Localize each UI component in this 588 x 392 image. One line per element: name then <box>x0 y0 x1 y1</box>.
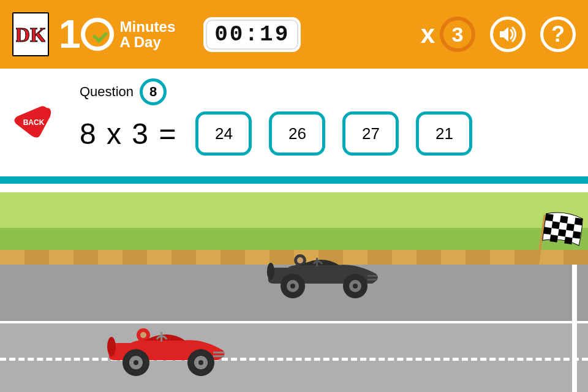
dk-logo: DK <box>12 12 49 56</box>
question-label: Question <box>80 84 134 100</box>
back-label: BACK <box>23 118 45 127</box>
svg-text:DK: DK <box>16 23 45 46</box>
opponent-car <box>263 252 380 303</box>
black-car-icon <box>263 252 380 301</box>
svg-rect-6 <box>552 221 560 229</box>
svg-rect-10 <box>573 231 581 239</box>
svg-point-23 <box>353 284 358 288</box>
sound-button[interactable] <box>490 17 526 52</box>
back-icon: BACK <box>13 105 53 138</box>
svg-point-20 <box>290 284 295 288</box>
svg-rect-4 <box>560 216 568 224</box>
question-mark-icon: ? <box>551 21 565 47</box>
answer-option-0[interactable]: 24 <box>195 111 252 156</box>
back-button[interactable]: BACK <box>13 105 53 141</box>
dk-logo-icon: DK <box>16 17 45 51</box>
equation-text: 8 x 3 = <box>80 117 177 151</box>
help-button[interactable]: ? <box>540 17 576 52</box>
svg-rect-24 <box>368 275 377 277</box>
grass-light <box>0 192 588 228</box>
svg-rect-9 <box>558 229 566 237</box>
answer-option-3[interactable]: 21 <box>416 111 472 156</box>
answer-option-1[interactable]: 26 <box>269 111 325 156</box>
red-car-icon <box>104 326 227 379</box>
svg-rect-38 <box>213 355 224 357</box>
brand: 1 Minutes A Day <box>59 12 175 57</box>
svg-rect-5 <box>575 217 582 225</box>
brand-tagline: Minutes A Day <box>120 19 176 50</box>
question-number-value: 8 <box>140 78 167 105</box>
svg-rect-8 <box>543 227 551 235</box>
svg-point-36 <box>198 360 203 365</box>
race-track <box>0 176 588 392</box>
svg-point-28 <box>140 332 146 338</box>
track-stripe-white <box>0 184 588 192</box>
question-area: BACK Question 8 8 x 3 = 24 26 27 21 <box>0 69 588 176</box>
finish-line-bot <box>572 323 577 392</box>
svg-point-33 <box>134 360 138 365</box>
question-number: Question 8 <box>80 78 564 105</box>
checkered-flag-icon <box>529 211 588 270</box>
answer-options: 24 26 27 21 <box>195 111 472 156</box>
svg-rect-37 <box>213 352 224 353</box>
grass-dark <box>0 228 588 250</box>
svg-rect-7 <box>566 224 574 232</box>
svg-rect-11 <box>550 235 558 243</box>
multiplier-value: 3 <box>440 17 475 52</box>
brand-10: 1 <box>59 12 114 57</box>
answer-option-2[interactable]: 27 <box>342 111 399 156</box>
svg-point-17 <box>267 263 274 280</box>
speaker-icon <box>497 24 518 45</box>
svg-point-15 <box>297 257 303 263</box>
svg-rect-3 <box>545 214 553 222</box>
track-stripe-teal <box>0 176 588 184</box>
brand-clock-icon <box>81 18 114 51</box>
finish-line-top <box>572 265 577 321</box>
checkered-flag <box>529 211 588 272</box>
multiplier-x: x <box>421 20 435 49</box>
multiplier: x 3 <box>421 17 475 52</box>
svg-rect-25 <box>368 279 377 281</box>
timer-display: 00:19 <box>203 17 301 52</box>
header-bar: DK 1 Minutes A Day 00:19 x 3 ? <box>0 0 588 69</box>
lane-bot <box>0 323 588 392</box>
svg-point-30 <box>107 337 116 356</box>
player-car <box>104 326 227 381</box>
